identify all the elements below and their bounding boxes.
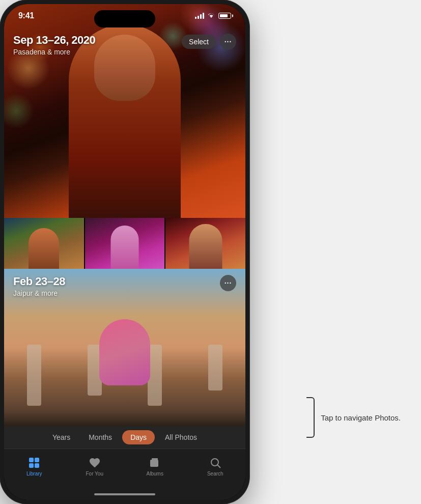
- timeline-tabs: Years Months Days All Photos: [4, 426, 245, 449]
- thumbnail-2[interactable]: [85, 218, 165, 269]
- svg-point-5: [211, 459, 218, 466]
- svg-rect-0: [29, 458, 34, 462]
- scene: 9:41: [0, 0, 421, 504]
- status-icons: [195, 12, 231, 20]
- photo-header-2: Feb 23–28 Jaipur & more ···: [4, 275, 245, 297]
- signal-icon: [195, 13, 204, 19]
- thumbnail-3[interactable]: [165, 218, 245, 269]
- photo-date-group: Sep 13–26, 2020 Pasadena & more: [13, 34, 95, 56]
- svg-rect-2: [29, 463, 34, 468]
- nav-label-for-you: For You: [86, 471, 103, 477]
- dynamic-island: [94, 10, 155, 27]
- photo-date-group-2: Feb 23–28 Jaipur & more: [13, 275, 65, 297]
- svg-rect-4: [150, 460, 158, 467]
- nav-item-search[interactable]: Search: [185, 454, 246, 479]
- bottom-nav: Library For You: [4, 449, 245, 489]
- photo-date-2: Feb 23–28: [13, 275, 65, 288]
- more-button-2[interactable]: ···: [220, 275, 236, 291]
- battery-icon: [218, 13, 231, 19]
- home-indicator: [4, 489, 245, 500]
- nav-item-albums[interactable]: Albums: [125, 454, 185, 479]
- nav-label-search: Search: [207, 471, 223, 477]
- thumbnail-strip: [4, 218, 245, 269]
- photo-date-1: Sep 13–26, 2020: [13, 34, 95, 47]
- tab-days[interactable]: Days: [122, 430, 155, 444]
- photo-location-1: Pasadena & more: [13, 48, 95, 56]
- select-button[interactable]: Select: [182, 35, 216, 49]
- status-time: 9:41: [18, 11, 34, 20]
- home-bar: [94, 493, 155, 495]
- photo-header-1: Sep 13–26, 2020 Pasadena & more Select ·…: [4, 30, 245, 60]
- wifi-icon: [207, 12, 215, 20]
- svg-rect-1: [35, 458, 39, 462]
- svg-line-6: [217, 465, 220, 468]
- tab-months[interactable]: Months: [80, 430, 120, 444]
- nav-label-albums: Albums: [147, 471, 163, 477]
- search-icon: [209, 456, 222, 469]
- annotation-text: Tap to navigate Photos.: [321, 413, 401, 422]
- photo-section-1: Sep 13–26, 2020 Pasadena & more Select ·…: [4, 4, 245, 218]
- thumbnail-1[interactable]: [4, 218, 84, 269]
- nav-item-for-you[interactable]: For You: [65, 454, 125, 479]
- screen: 9:41: [4, 4, 245, 500]
- tab-years[interactable]: Years: [44, 430, 78, 444]
- phone-inner: 9:41: [4, 4, 245, 500]
- annotation-bracket: [306, 397, 315, 438]
- content-area: Sep 13–26, 2020 Pasadena & more Select ·…: [4, 4, 245, 500]
- svg-rect-3: [35, 463, 39, 468]
- library-icon: [27, 456, 41, 469]
- nav-label-library: Library: [26, 471, 42, 477]
- more-button-1[interactable]: ···: [220, 34, 236, 50]
- albums-icon: [148, 456, 161, 469]
- photo-actions-1: Select ···: [182, 34, 236, 50]
- photo-location-2: Jaipur & more: [13, 289, 65, 297]
- more-dots-icon-2: ···: [224, 279, 232, 287]
- photo-section-2: Feb 23–28 Jaipur & more ···: [4, 269, 245, 426]
- nav-item-library[interactable]: Library: [4, 454, 65, 479]
- annotation: Tap to navigate Photos.: [306, 397, 401, 438]
- phone-shell: 9:41: [0, 0, 249, 504]
- more-dots-icon: ···: [224, 38, 232, 46]
- for-you-icon: [88, 456, 101, 469]
- tab-all-photos[interactable]: All Photos: [157, 430, 205, 444]
- dancer-figure: [99, 319, 150, 385]
